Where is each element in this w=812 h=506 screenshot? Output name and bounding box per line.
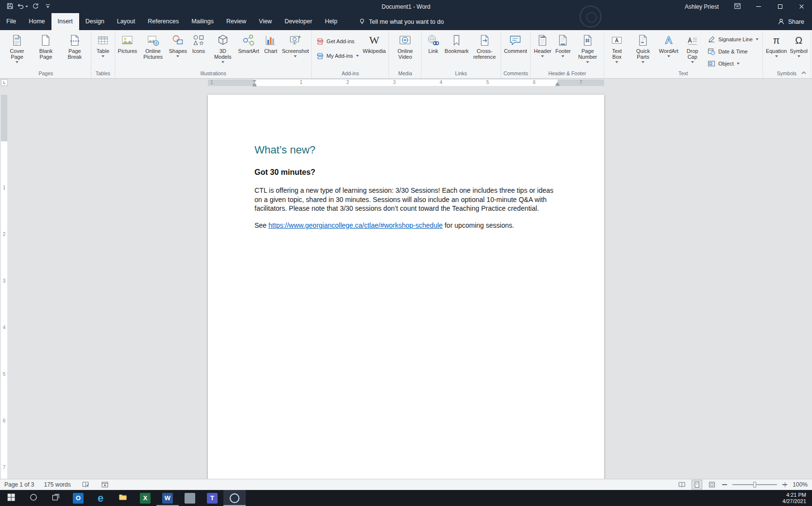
drop-cap-button[interactable]: Drop Cap [680, 32, 705, 69]
edge-logo: e [98, 493, 103, 504]
footer-button[interactable]: Footer [553, 32, 573, 69]
tell-me-box[interactable]: Tell me what you want to do [353, 13, 450, 30]
page-indicator[interactable]: Page 1 of 3 [4, 481, 34, 488]
maximize-button[interactable] [769, 0, 791, 13]
print-layout-button[interactable] [692, 480, 702, 489]
ruler-track[interactable]: 1 1 2 3 4 5 6 7 [208, 80, 604, 86]
shapes-button[interactable]: Shapes [168, 32, 188, 69]
workshop-schedule-link[interactable]: https://www.georgiancollege.ca/ctlae/#wo… [269, 221, 443, 229]
taskbar-outlook-icon[interactable]: O [67, 490, 89, 506]
object-button[interactable]: Object [705, 58, 761, 68]
status-bar-right: 100% [677, 480, 808, 489]
read-mode-button[interactable] [677, 480, 687, 489]
ribbon-display-options-button[interactable] [727, 0, 748, 13]
text-box-button[interactable]: Text Box [606, 32, 629, 69]
redo-button[interactable] [29, 1, 41, 13]
icons-button[interactable]: Icons [188, 32, 209, 69]
smartart-button[interactable]: SmartArt [237, 32, 261, 69]
customize-toolbar-icon [44, 2, 51, 11]
cross-reference-button[interactable]: Cross-reference [470, 32, 499, 69]
start-button[interactable] [0, 490, 22, 506]
taskbar-teams-icon[interactable]: T [201, 490, 223, 506]
account-name[interactable]: Ashley Priest [685, 3, 719, 10]
task-view-button[interactable] [45, 490, 67, 506]
tab-file[interactable]: File [0, 13, 22, 30]
symbol-icon: Ω [792, 34, 806, 47]
zoom-slider[interactable] [732, 484, 777, 485]
macro-record-icon[interactable] [100, 480, 110, 489]
tab-references[interactable]: References [141, 13, 185, 30]
tab-developer[interactable]: Developer [278, 13, 319, 30]
left-indent-marker[interactable] [253, 85, 256, 86]
tab-stop-selector[interactable]: L [1, 79, 8, 86]
search-button[interactable] [22, 490, 45, 506]
get-add-ins-button[interactable]: Get Add-ins [313, 36, 361, 46]
tab-review[interactable]: Review [220, 13, 253, 30]
3d-models-button[interactable]: 3D Models [209, 32, 237, 69]
online-video-button[interactable]: Online Video [390, 32, 420, 69]
document-paragraph: CTL is offering a new type of learning s… [254, 186, 558, 213]
taskbar-recorder-icon[interactable] [223, 490, 246, 506]
vertical-ruler[interactable]: 1 2 3 4 5 6 7 [0, 87, 8, 479]
screenshot-button[interactable]: Screenshot [281, 32, 310, 69]
header-button[interactable]: Header [532, 32, 553, 69]
page-break-button[interactable]: Page Break [60, 32, 89, 69]
signature-line-button[interactable]: Signature Line [705, 34, 761, 44]
save-button[interactable] [4, 1, 16, 13]
web-layout-button[interactable] [707, 480, 717, 489]
right-indent-marker-base[interactable] [556, 84, 559, 86]
zoom-level[interactable]: 100% [793, 481, 808, 488]
footer-icon [556, 34, 570, 47]
tab-help[interactable]: Help [319, 13, 344, 30]
customize-quick-access-button[interactable] [42, 1, 53, 13]
undo-button[interactable] [17, 1, 28, 13]
symbol-button[interactable]: Ω Symbol [788, 32, 809, 69]
dropdown-arrow-icon [221, 61, 224, 65]
comment-button[interactable]: Comment [503, 32, 529, 69]
document-area[interactable]: What’s new? Got 30 minutes? CTL is offer… [0, 87, 812, 479]
tab-layout[interactable]: Layout [111, 13, 142, 30]
word-count[interactable]: 175 words [44, 481, 70, 488]
tab-design[interactable]: Design [79, 13, 111, 30]
ruler-number: 7 [578, 80, 584, 85]
zoom-out-button[interactable] [722, 484, 727, 485]
date-time-button[interactable]: Date & Time [705, 46, 761, 56]
pictures-button[interactable]: Pictures [117, 32, 138, 69]
taskbar-file-explorer-icon[interactable] [112, 490, 134, 506]
minimize-button[interactable] [748, 0, 769, 13]
wordart-button[interactable]: WordArt [658, 32, 680, 69]
online-pictures-button[interactable]: Online Pictures [138, 32, 168, 69]
link-button[interactable]: Link [423, 32, 443, 69]
quick-parts-button[interactable]: Quick Parts [628, 32, 658, 69]
taskbar-word-icon[interactable]: W [156, 490, 179, 506]
ruler-number: 3 [0, 278, 8, 284]
taskbar-clock[interactable]: 4:21 PM 4/27/2021 [782, 490, 812, 506]
tab-mailings[interactable]: Mailings [185, 13, 220, 30]
equation-button[interactable]: π Equation [764, 32, 788, 69]
zoom-slider-thumb[interactable] [753, 482, 756, 488]
collapse-ribbon-button[interactable] [799, 69, 808, 76]
wikipedia-button[interactable]: W Wikipedia [361, 32, 388, 69]
my-add-ins-button[interactable]: My Add-ins [313, 51, 361, 61]
share-button[interactable]: Share [770, 13, 812, 30]
tab-home[interactable]: Home [22, 13, 51, 30]
windows-logo-icon [7, 493, 16, 504]
wikipedia-icon: W [368, 34, 381, 47]
zoom-in-button[interactable] [782, 482, 787, 487]
cover-page-button[interactable]: Cover Page [2, 32, 32, 69]
page-number-button[interactable]: Page Number [573, 32, 602, 69]
taskbar-edge-icon[interactable]: e [89, 490, 112, 506]
taskbar-app-icon[interactable] [179, 490, 201, 506]
proofing-status-icon[interactable] [81, 480, 90, 489]
tab-insert[interactable]: Insert [51, 13, 79, 30]
table-button[interactable]: Table [93, 32, 113, 69]
ribbon-group-links: Link Bookmark Cross-reference Links [422, 31, 501, 78]
tab-view[interactable]: View [253, 13, 278, 30]
taskbar-excel-icon[interactable]: X [134, 490, 156, 506]
close-button[interactable] [791, 0, 812, 13]
horizontal-ruler[interactable]: L 1 1 2 3 4 5 6 7 [0, 79, 812, 87]
chart-button[interactable]: Chart [260, 32, 281, 69]
document-page[interactable]: What’s new? Got 30 minutes? CTL is offer… [208, 95, 604, 479]
blank-page-button[interactable]: Blank Page [32, 32, 60, 69]
bookmark-button[interactable]: Bookmark [443, 32, 470, 69]
